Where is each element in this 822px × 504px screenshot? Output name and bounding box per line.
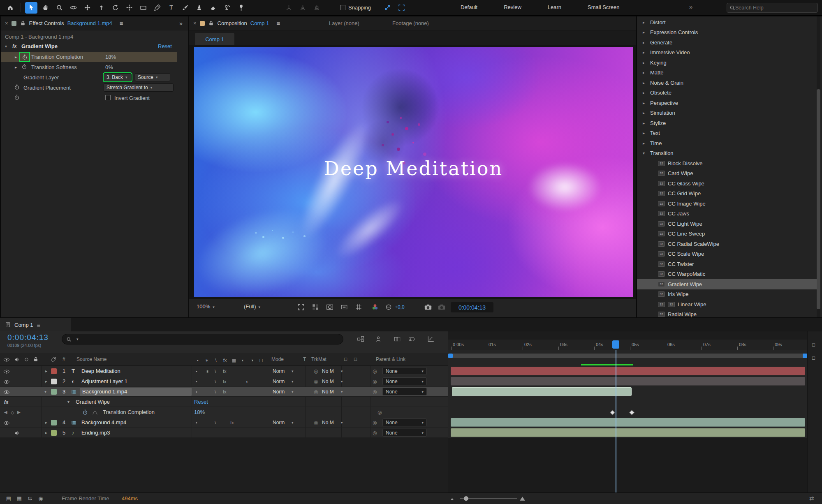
timeline-search-input[interactable]: [81, 336, 328, 342]
chevron-icon[interactable]: ▸: [643, 111, 650, 115]
tab-layer[interactable]: Layer (none): [329, 20, 359, 26]
workspace-tab[interactable]: Review: [504, 4, 521, 10]
chevron-down-icon[interactable]: ▾: [5, 44, 7, 49]
effects-list-item[interactable]: ▸ Simulation: [637, 108, 818, 118]
effect-name[interactable]: Gradient Wipe: [21, 41, 58, 51]
layer-row-3-selected[interactable]: ▾ 3 Background 1.mp4 ▪ \ fx Norm▾ ◎ No M…: [0, 387, 448, 397]
world-axis-mode-icon[interactable]: [296, 2, 309, 14]
zoom-tool-icon[interactable]: [53, 2, 65, 14]
color-management-icon[interactable]: [371, 303, 379, 311]
playhead-line[interactable]: [616, 350, 616, 492]
effects-list-item[interactable]: ▸ Generate: [637, 37, 818, 48]
header-source-name[interactable]: Source Name: [76, 356, 107, 362]
effects-list-item[interactable]: ▸ Expression Controls: [637, 28, 818, 38]
parent-dropdown[interactable]: None▾: [382, 388, 427, 395]
stopwatch-icon[interactable]: [21, 64, 27, 69]
region-of-interest-icon[interactable]: [297, 303, 305, 311]
effects-list-item[interactable]: 32 Gradient Wipe: [637, 279, 818, 289]
chevron-icon[interactable]: ▸: [643, 30, 650, 35]
magnification-dropdown[interactable]: 100%▾: [197, 303, 215, 310]
comp-button[interactable]: ◻: [812, 355, 815, 361]
shy-layers-icon[interactable]: [373, 334, 384, 344]
layer-row-2[interactable]: ▸ 2 ◐ Adjustment Layer 1 ▪ \ fx ◐ Norm▾ …: [0, 377, 448, 386]
rotation-tool-icon[interactable]: [109, 2, 121, 14]
current-timecode[interactable]: 0:00:04:13: [7, 333, 49, 342]
gradient-placement-dropdown[interactable]: Stretch Gradient to ▾: [104, 83, 174, 92]
layer-bar-4[interactable]: [451, 418, 805, 427]
time-ruler[interactable]: 0:00s01s02s03s04s05s06s07s08s09s: [448, 340, 807, 350]
layer-name[interactable]: Background 4.mp4: [81, 418, 126, 428]
stopwatch-icon[interactable]: [82, 409, 88, 415]
mode-dropdown[interactable]: Norm: [273, 418, 285, 428]
effects-list-item[interactable]: ▸ Matte: [637, 68, 818, 78]
layer-name[interactable]: Adjustment Layer 1: [81, 377, 127, 386]
chevron-icon[interactable]: ▸: [643, 90, 650, 95]
workspace-tab[interactable]: Default: [461, 4, 477, 10]
chevron-icon[interactable]: ▸: [643, 81, 650, 85]
snap-to-features-icon[interactable]: [396, 2, 408, 14]
matte-pickwhip-icon[interactable]: ◎: [314, 377, 318, 386]
eye-icon[interactable]: [3, 420, 10, 426]
layer-switch-header-icon[interactable]: fx: [220, 358, 229, 363]
chevron-right-icon[interactable]: ▸: [45, 428, 47, 438]
roto-brush-tool-icon[interactable]: [221, 2, 233, 14]
shy-switch[interactable]: ▪: [196, 418, 197, 428]
hand-tool-icon[interactable]: [39, 2, 51, 14]
mode-dropdown[interactable]: Norm: [273, 366, 285, 376]
matte-pickwhip-icon[interactable]: ◎: [314, 366, 318, 376]
pan-behind-tool-icon[interactable]: [123, 2, 135, 14]
transition-completion-row[interactable]: ▸ Transition Completion 18%: [1, 52, 177, 62]
quality-switch[interactable]: \: [215, 377, 216, 386]
panel-overflow-icon[interactable]: »: [179, 20, 183, 27]
scrollbar-thumb[interactable]: [817, 89, 820, 309]
zoom-in-mountain-icon[interactable]: [519, 495, 526, 502]
invert-gradient-checkbox[interactable]: [105, 95, 111, 100]
keyframe-diamond[interactable]: [610, 410, 615, 415]
panel-menu-icon[interactable]: ≡: [37, 321, 41, 328]
add-keyframe-icon[interactable]: ◇: [11, 407, 14, 417]
layer-bar-5[interactable]: [451, 428, 805, 437]
chevron-icon[interactable]: ▸: [643, 40, 650, 45]
parent-pickwhip-icon[interactable]: ◎: [373, 428, 377, 438]
chevron-right-icon[interactable]: ▸: [15, 62, 17, 72]
quality-switch[interactable]: \: [215, 418, 216, 428]
effects-list-item[interactable]: 32 CC WarpoMatic: [637, 269, 818, 280]
label-color-swatch[interactable]: [51, 420, 57, 425]
toggle-switches-modes-button[interactable]: ⇄: [809, 495, 814, 502]
parent-pickwhip-icon[interactable]: ◎: [373, 387, 377, 397]
chevron-right-icon[interactable]: ▸: [45, 377, 47, 386]
reset-button[interactable]: Reset: [158, 41, 172, 51]
chevron-down-icon[interactable]: ▾: [44, 387, 46, 397]
chevron-icon[interactable]: ▸: [643, 131, 650, 135]
header-parent-link[interactable]: Parent & Link: [376, 356, 405, 362]
trkmat-dropdown[interactable]: No M: [322, 387, 334, 397]
resolution-dropdown[interactable]: (Full)▾: [244, 303, 260, 310]
tab-target-name[interactable]: Comp 1: [250, 20, 269, 26]
shy-switch[interactable]: ▪: [196, 377, 197, 386]
header-t[interactable]: T: [303, 356, 306, 362]
layer-switch-header-icon[interactable]: \: [211, 358, 220, 363]
timeline-footer-button[interactable]: ⇆: [25, 493, 35, 504]
parent-pickwhip-icon[interactable]: ◎: [373, 377, 377, 386]
header-trkmat[interactable]: TrkMat: [311, 356, 326, 362]
tab-target-name[interactable]: Background 1.mp4: [67, 20, 112, 26]
chevron-right-icon[interactable]: ▸: [15, 52, 17, 62]
shy-switch[interactable]: ▪: [196, 387, 197, 397]
eye-icon[interactable]: [3, 389, 10, 395]
layer-switch-header-icon[interactable]: ▪: [193, 358, 202, 363]
chevron-right-icon[interactable]: ▸: [45, 366, 47, 376]
label-color-swatch[interactable]: [51, 379, 57, 384]
header-mode[interactable]: Mode: [271, 356, 284, 362]
effects-list-item[interactable]: 32 Iris Wipe: [637, 289, 818, 300]
selection-tool-icon[interactable]: [25, 2, 37, 14]
layer-row-1[interactable]: ▸ 1 T Deep Meditation ▪ ∗ \ fx Norm▾ ◎ N…: [0, 366, 448, 376]
graph-editor-icon[interactable]: [426, 334, 436, 344]
parent-dropdown[interactable]: None▾: [382, 429, 427, 437]
puppet-pin-tool-icon[interactable]: [235, 2, 247, 14]
gradient-layer-source-dropdown[interactable]: Source ▾: [135, 73, 170, 81]
property-value[interactable]: 18%: [105, 52, 116, 62]
chevron-icon[interactable]: ▸: [643, 141, 650, 146]
workspace-tab[interactable]: Learn: [548, 4, 561, 10]
previous-keyframe-icon[interactable]: ◀: [4, 407, 7, 417]
effects-switch[interactable]: fx: [223, 366, 227, 376]
